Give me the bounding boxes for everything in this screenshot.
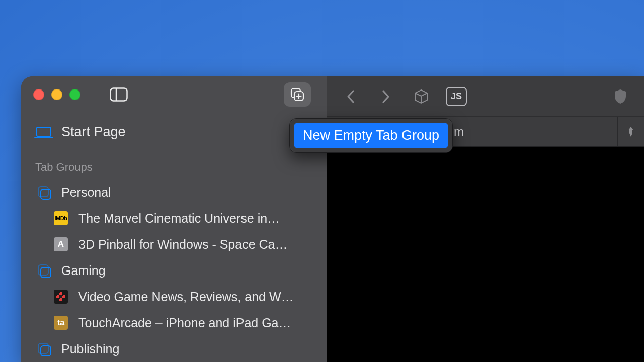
fullscreen-window-button[interactable] <box>69 89 80 100</box>
sidebar-item-start-page[interactable]: Start Page <box>30 117 318 147</box>
sidebar-icon <box>110 87 128 102</box>
new-tab-group-menu: New Empty Tab Group <box>289 118 453 153</box>
window-controls <box>33 89 80 100</box>
forward-button[interactable] <box>375 86 396 107</box>
favicon-toucharcade: ta <box>54 316 68 330</box>
menu-item-new-empty-tab-group[interactable]: New Empty Tab Group <box>294 123 448 148</box>
back-button[interactable] <box>340 86 361 107</box>
minimize-window-button[interactable] <box>51 89 62 100</box>
tab-title: Video Game News, Reviews, and W… <box>78 290 313 304</box>
chevron-left-icon <box>345 89 356 104</box>
ar-quicklook-button[interactable] <box>411 86 432 107</box>
tab-title: TouchArcade – iPhone and iPad Ga… <box>78 316 313 330</box>
chevron-right-icon <box>380 89 391 104</box>
tab-item[interactable]: IMDb The Marvel Cinematic Universe in… <box>30 205 318 231</box>
start-page-label: Start Page <box>61 124 313 140</box>
laptop-icon <box>36 127 51 137</box>
new-tab-group-icon <box>290 87 305 102</box>
favicon-imdb: IMDb <box>54 211 68 225</box>
pin-tab-button[interactable] <box>618 126 644 138</box>
window-titlebar <box>21 76 327 113</box>
tab-group-icon <box>37 342 50 355</box>
favicon-ign <box>54 290 68 304</box>
tab-item[interactable]: ta TouchArcade – iPhone and iPad Ga… <box>30 310 318 336</box>
tab-group-personal[interactable]: Personal <box>30 179 318 205</box>
pin-icon <box>626 126 636 138</box>
new-tab-group-button[interactable] <box>284 82 311 107</box>
tab-item[interactable]: Video Game News, Reviews, and W… <box>30 284 318 310</box>
cube-icon <box>413 88 430 105</box>
tab-group-publishing[interactable]: Publishing <box>30 336 318 362</box>
tab-item[interactable]: A 3D Pinball for Windows - Space Ca… <box>30 231 318 257</box>
js-icon: JS <box>451 91 462 102</box>
tab-group-label: Personal <box>61 185 313 200</box>
privacy-report-button[interactable] <box>610 86 631 107</box>
web-content[interactable] <box>327 147 644 362</box>
shield-icon <box>613 88 627 105</box>
toggle-sidebar-button[interactable] <box>109 86 129 103</box>
sidebar-list: Start Page Tab Groups Personal IMDb The … <box>21 113 327 362</box>
tab-title: The Marvel Cinematic Universe in… <box>78 211 313 226</box>
sidebar: Start Page Tab Groups Personal IMDb The … <box>21 76 327 362</box>
tab-group-icon <box>37 186 50 199</box>
tab-group-gaming[interactable]: Gaming <box>30 257 318 284</box>
close-window-button[interactable] <box>33 89 44 100</box>
menu-item-label: New Empty Tab Group <box>303 128 439 143</box>
tab-group-icon <box>37 264 50 277</box>
tab-groups-header: Tab Groups <box>30 152 318 179</box>
javascript-toggle-button[interactable]: JS <box>446 87 467 106</box>
tab-group-label: Publishing <box>61 342 313 356</box>
svg-rect-0 <box>111 88 127 101</box>
toolbar: JS <box>327 76 644 117</box>
tab-title: 3D Pinball for Windows - Space Ca… <box>78 237 313 252</box>
favicon-generic: A <box>54 237 68 251</box>
tab-group-label: Gaming <box>61 263 313 278</box>
